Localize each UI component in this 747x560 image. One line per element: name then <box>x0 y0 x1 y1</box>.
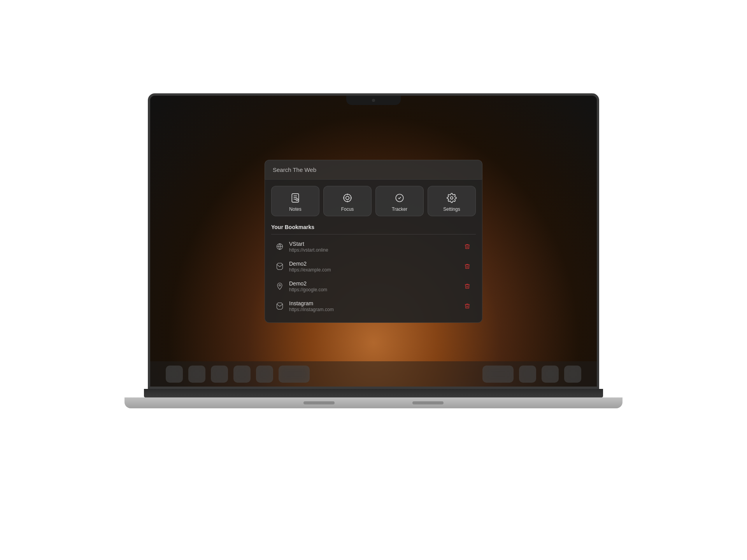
svg-point-17 <box>279 284 281 286</box>
demo2-google-delete-button[interactable] <box>462 281 473 292</box>
tracker-label: Tracker <box>392 206 407 212</box>
taskbar-item-1[interactable] <box>166 366 183 383</box>
focus-icon <box>341 192 354 204</box>
bookmarks-title: Your Bookmarks <box>271 224 476 230</box>
demo2-google-url: https://google.com <box>289 287 462 292</box>
svg-point-8 <box>346 196 349 200</box>
notes-button[interactable]: Notes <box>271 186 319 216</box>
vstart-text: VStart https://vstart.online <box>289 241 462 253</box>
instagram-text: Instagram https://instagram.com <box>289 300 462 312</box>
demo2-google-name: Demo2 <box>289 280 462 287</box>
notch <box>346 96 401 105</box>
notes-label: Notes <box>289 206 301 212</box>
camera-dot <box>372 99 375 102</box>
demo2-example-name: Demo2 <box>289 261 462 267</box>
widget-container: Search The Web <box>265 160 482 323</box>
taskbar-item-8[interactable] <box>564 366 581 383</box>
taskbar-item-5[interactable] <box>256 366 273 383</box>
instagram-icon <box>274 301 285 312</box>
settings-icon <box>445 192 458 204</box>
base-hinge <box>144 389 603 397</box>
demo2-example-url: https://example.com <box>289 267 462 273</box>
search-placeholder: Search The Web <box>273 166 316 173</box>
base-foot-left <box>303 401 335 404</box>
taskbar-item-6[interactable] <box>519 366 536 383</box>
taskbar-item-3[interactable] <box>211 366 228 383</box>
svg-rect-0 <box>292 194 298 202</box>
taskbar-item-wide-1[interactable] <box>279 366 310 383</box>
instagram-url: https://instagram.com <box>289 307 462 312</box>
taskbar-item-7[interactable] <box>542 366 559 383</box>
base-bottom <box>124 397 622 408</box>
notes-icon <box>289 192 302 204</box>
svg-point-7 <box>344 194 351 202</box>
bookmark-item-demo2-example[interactable]: Demo2 https://example.com <box>271 257 476 276</box>
demo2-example-icon <box>274 261 285 272</box>
demo2-example-delete-button[interactable] <box>462 261 473 272</box>
settings-button[interactable]: Settings <box>428 186 476 216</box>
vstart-name: VStart <box>289 241 462 247</box>
bookmark-item-vstart[interactable]: VStart https://vstart.online <box>271 237 476 257</box>
screen-lid: Search The Web <box>148 93 599 389</box>
demo2-google-icon <box>274 281 285 292</box>
taskbar-right <box>482 366 581 383</box>
vstart-url: https://vstart.online <box>289 247 462 253</box>
widget-body: Notes <box>265 179 482 323</box>
app-buttons-grid: Notes <box>271 186 476 216</box>
vstart-delete-button[interactable] <box>462 241 473 252</box>
demo2-example-text: Demo2 https://example.com <box>289 261 462 273</box>
svg-point-14 <box>451 196 453 199</box>
taskbar-item-2[interactable] <box>188 366 205 383</box>
bookmarks-divider <box>271 234 476 234</box>
instagram-name: Instagram <box>289 300 462 306</box>
base-foot-right <box>412 401 444 404</box>
tracker-icon <box>393 192 406 204</box>
focus-button[interactable]: Focus <box>323 186 372 216</box>
bookmark-item-demo2-google[interactable]: Demo2 https://google.com <box>271 276 476 296</box>
taskbar-item-4[interactable] <box>233 366 251 383</box>
bookmark-item-instagram[interactable]: Instagram https://instagram.com <box>271 296 476 316</box>
vstart-icon <box>274 241 285 252</box>
taskbar-item-wide-2[interactable] <box>482 366 514 383</box>
taskbar <box>150 361 597 387</box>
search-bar[interactable]: Search The Web <box>265 160 482 179</box>
wallpaper: Search The Web <box>150 96 597 387</box>
focus-label: Focus <box>341 206 354 212</box>
taskbar-left <box>166 366 310 383</box>
macbook-frame: Search The Web <box>124 93 622 467</box>
demo2-google-text: Demo2 https://google.com <box>289 280 462 292</box>
instagram-delete-button[interactable] <box>462 301 473 312</box>
settings-label: Settings <box>443 206 460 212</box>
tracker-button[interactable]: Tracker <box>375 186 424 216</box>
